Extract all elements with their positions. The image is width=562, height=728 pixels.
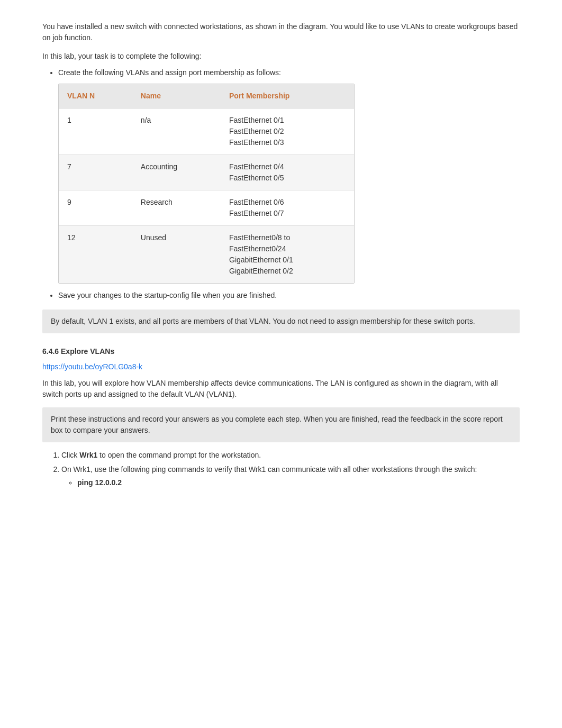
cell-vlan: 12: [59, 226, 132, 284]
step2: On Wrk1, use the following ping commands…: [61, 464, 520, 488]
table-row: 9ResearchFastEthernet 0/6FastEthernet 0/…: [59, 190, 354, 226]
cell-vlan: 7: [59, 155, 132, 190]
step2-sublist: ping 12.0.0.2: [77, 477, 520, 488]
vlan-table-wrapper: VLAN N Name Port Membership 1n/aFastEthe…: [58, 84, 355, 284]
cell-ports: FastEthernet 0/4FastEthernet 0/5: [221, 155, 354, 190]
steps-list: Click Wrk1 to open the command prompt fo…: [61, 450, 520, 488]
cell-name: Unused: [132, 226, 221, 284]
task-intro: In this lab, your task is to complete th…: [42, 51, 520, 62]
cell-ports: FastEthernet 0/1FastEthernet 0/2FastEthe…: [221, 108, 354, 155]
cell-ports: FastEthernet 0/6FastEthernet 0/7: [221, 190, 354, 226]
section-paragraph1: In this lab, you will explore how VLAN m…: [42, 378, 520, 400]
cell-name: Research: [132, 190, 221, 226]
col-header-name: Name: [132, 84, 221, 108]
table-row: 7AccountingFastEthernet 0/4FastEthernet …: [59, 155, 354, 190]
task-bullet2: Save your changes to the startup-config …: [58, 290, 520, 301]
cell-name: Accounting: [132, 155, 221, 190]
cell-vlan: 9: [59, 190, 132, 226]
step2-sub1: ping 12.0.0.2: [77, 477, 520, 488]
intro-paragraph1: You have installed a new switch with con…: [42, 21, 520, 43]
table-row: 12UnusedFastEthernet0/8 toFastEthernet0/…: [59, 226, 354, 284]
table-row: 1n/aFastEthernet 0/1FastEthernet 0/2Fast…: [59, 108, 354, 155]
highlight-note2: Print these instructions and record your…: [42, 407, 520, 442]
section-link[interactable]: https://youtu.be/oyROLG0a8-k: [42, 362, 142, 371]
highlight-note: By default, VLAN 1 exists, and all ports…: [42, 310, 520, 333]
vlan-table: VLAN N Name Port Membership 1n/aFastEthe…: [59, 84, 354, 283]
cell-ports: FastEthernet0/8 toFastEthernet0/24Gigabi…: [221, 226, 354, 284]
task-list: Create the following VLANs and assign po…: [58, 67, 520, 301]
step1: Click Wrk1 to open the command prompt fo…: [61, 450, 520, 461]
col-header-port: Port Membership: [221, 84, 354, 108]
section-heading: 6.4.6 Explore VLANs: [42, 346, 520, 357]
cell-vlan: 1: [59, 108, 132, 155]
cell-name: n/a: [132, 108, 221, 155]
task-bullet1: Create the following VLANs and assign po…: [58, 67, 520, 284]
col-header-vlan: VLAN N: [59, 84, 132, 108]
